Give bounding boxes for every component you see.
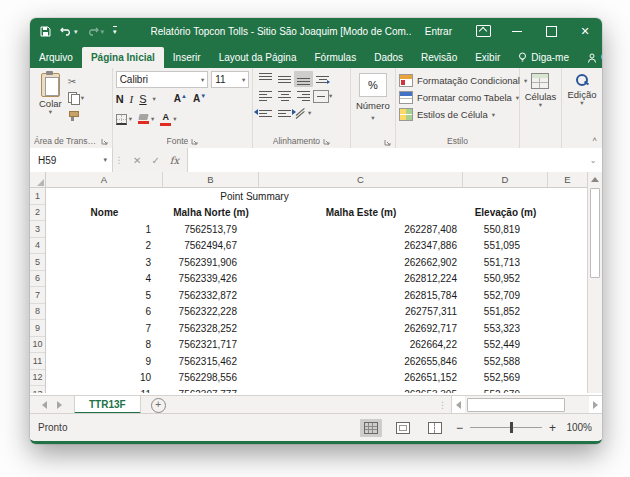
- redo-dropdown-icon[interactable]: ▾: [101, 28, 105, 35]
- confirm-entry-icon[interactable]: ✓: [151, 155, 159, 166]
- row-header-13[interactable]: 13: [30, 386, 45, 393]
- orientation-button[interactable]: ▾: [294, 105, 313, 121]
- cell-elevacao[interactable]: 551,713: [463, 257, 548, 268]
- sign-in-button[interactable]: Entrar: [411, 26, 466, 37]
- cut-button[interactable]: ✂: [68, 74, 84, 88]
- clipboard-dialog-launcher[interactable]: [101, 138, 108, 145]
- merge-center-button[interactable]: ▾: [313, 88, 332, 104]
- vertical-scroll-thumb[interactable]: [590, 188, 600, 278]
- cell-point-summary[interactable]: Point Summary: [46, 191, 463, 202]
- tab-dados[interactable]: Dados: [365, 47, 412, 68]
- cell-malha-norte[interactable]: 7562298,556: [163, 372, 259, 383]
- row-header-2[interactable]: 2: [30, 205, 45, 222]
- format-as-table-button[interactable]: Formatar como Tabela▾: [399, 90, 516, 105]
- title-bar[interactable]: ▾ ▾ ▾ Relatório Topcon Tolls - Sitio São…: [30, 18, 602, 44]
- formula-input[interactable]: [188, 148, 584, 172]
- cell-malha-este[interactable]: 262653,305: [259, 389, 463, 393]
- row-header-6[interactable]: 6: [30, 271, 45, 288]
- redo-button[interactable]: ▾: [87, 26, 105, 36]
- cell-nome[interactable]: 11: [46, 389, 163, 393]
- zoom-slider-thumb[interactable]: [510, 422, 513, 433]
- row-header-3[interactable]: 3: [30, 221, 45, 238]
- column-header-a[interactable]: A: [46, 172, 163, 187]
- cell-malha-norte[interactable]: 7562494,67: [163, 240, 259, 251]
- column-header-c[interactable]: C: [259, 172, 463, 187]
- cell-elevacao[interactable]: 551,095: [463, 240, 548, 251]
- row-header-10[interactable]: 10: [30, 337, 45, 354]
- cell-malha-este[interactable]: 262664,22: [259, 339, 463, 350]
- horizontal-scrollbar[interactable]: [451, 396, 602, 414]
- cell-nome[interactable]: 7: [46, 323, 163, 334]
- zoom-out-button[interactable]: −: [456, 423, 463, 433]
- cell-elevacao[interactable]: 552,709: [463, 290, 548, 301]
- number-dialog-launcher[interactable]: [384, 139, 391, 146]
- scrollbar-splitter[interactable]: ⋮: [434, 396, 451, 414]
- percent-style-button[interactable]: %: [359, 73, 387, 97]
- sheet-tab-ttr13f[interactable]: TTR13F: [74, 396, 141, 414]
- tab-tell-me[interactable]: Diga-me: [509, 47, 578, 68]
- cell-elevacao[interactable]: 552,679: [463, 389, 548, 393]
- align-center-button[interactable]: [275, 88, 294, 104]
- cell-elevacao[interactable]: 552,588: [463, 356, 548, 367]
- number-format-button[interactable]: Número▾: [354, 100, 392, 122]
- select-all-button[interactable]: [30, 172, 46, 187]
- minimize-button[interactable]: [500, 18, 534, 44]
- cells-area[interactable]: Point Summary Nome Malha Norte (m) Malha…: [46, 188, 587, 393]
- column-header-b[interactable]: B: [163, 172, 259, 187]
- cell-styles-button[interactable]: Estilos de Célula▾: [399, 107, 516, 122]
- font-name-combo[interactable]: Calibri▾: [116, 71, 209, 88]
- cell-malha-norte[interactable]: 7562315,462: [163, 356, 259, 367]
- maximize-button[interactable]: [534, 18, 568, 44]
- horizontal-scroll-track[interactable]: [465, 396, 589, 414]
- new-sheet-button[interactable]: +: [141, 396, 176, 414]
- row-header-12[interactable]: 12: [30, 370, 45, 387]
- cell-malha-norte[interactable]: 7562321,717: [163, 339, 259, 350]
- horizontal-scroll-thumb[interactable]: [467, 398, 565, 412]
- cell-nome[interactable]: 4: [46, 273, 163, 284]
- cell-malha-norte[interactable]: 7562322,228: [163, 306, 259, 317]
- name-box[interactable]: H59▾: [30, 148, 113, 172]
- tab-exibir[interactable]: Exibir: [466, 47, 509, 68]
- next-sheet-icon[interactable]: [57, 401, 62, 409]
- font-size-combo[interactable]: 11▾: [211, 71, 249, 88]
- column-header-e[interactable]: E: [548, 172, 587, 187]
- cell-header-malha-este[interactable]: Malha Este (m): [259, 207, 463, 218]
- editing-button[interactable]: Edição ▾: [565, 71, 599, 108]
- tab-revisao[interactable]: Revisão: [412, 47, 466, 68]
- tab-formulas[interactable]: Fórmulas: [305, 47, 365, 68]
- previous-sheet-icon[interactable]: [42, 401, 47, 409]
- cell-nome[interactable]: 10: [46, 372, 163, 383]
- insert-function-icon[interactable]: fx: [170, 155, 179, 166]
- close-button[interactable]: ✕: [568, 18, 602, 44]
- cell-malha-este[interactable]: 262651,152: [259, 372, 463, 383]
- cell-elevacao[interactable]: 553,323: [463, 323, 548, 334]
- font-dialog-launcher[interactable]: [191, 138, 198, 145]
- undo-button[interactable]: ▾: [60, 26, 78, 36]
- cell-nome[interactable]: 2: [46, 240, 163, 251]
- cell-malha-norte[interactable]: 7562328,252: [163, 323, 259, 334]
- tab-layout-da-pagina[interactable]: Layout da Página: [210, 47, 306, 68]
- cell-malha-norte[interactable]: 7562339,426: [163, 273, 259, 284]
- cell-malha-norte[interactable]: 7562513,79: [163, 224, 259, 235]
- cell-header-elevacao[interactable]: Elevação (m): [463, 207, 548, 218]
- tab-arquivo[interactable]: Arquivo: [30, 47, 82, 68]
- increase-indent-button[interactable]: [275, 105, 294, 121]
- row-header-8[interactable]: 8: [30, 304, 45, 321]
- zoom-in-button[interactable]: +: [549, 423, 556, 433]
- vertical-scrollbar[interactable]: [587, 172, 602, 393]
- normal-view-button[interactable]: [360, 419, 382, 437]
- cell-header-nome[interactable]: Nome: [46, 207, 163, 218]
- decrease-indent-button[interactable]: [256, 105, 275, 121]
- alignment-dialog-launcher[interactable]: [323, 138, 330, 145]
- row-header-7[interactable]: 7: [30, 287, 45, 304]
- collapse-ribbon-icon[interactable]: ˄: [592, 135, 597, 144]
- column-header-d[interactable]: D: [463, 172, 548, 187]
- name-box-splitter[interactable]: ⋮: [113, 148, 125, 172]
- row-header-5[interactable]: 5: [30, 254, 45, 271]
- scroll-right-button[interactable]: [589, 401, 602, 409]
- cell-malha-este[interactable]: 262757,311: [259, 306, 463, 317]
- fill-color-button[interactable]: ▾: [138, 112, 154, 126]
- cell-malha-este[interactable]: 262287,408: [259, 224, 463, 235]
- cell-malha-norte[interactable]: 7562391,906: [163, 257, 259, 268]
- cell-elevacao[interactable]: 550,952: [463, 273, 548, 284]
